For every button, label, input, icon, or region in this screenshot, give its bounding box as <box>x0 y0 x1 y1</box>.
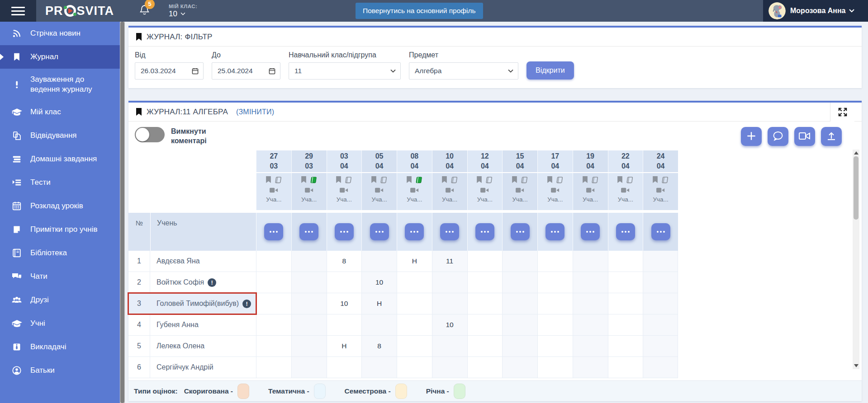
lesson-topic-link[interactable]: Уча... <box>407 196 422 203</box>
grade-cell[interactable] <box>256 357 291 378</box>
homework-book-icon[interactable] <box>591 177 599 185</box>
sidebar-item-0[interactable]: Стрічка новин <box>0 22 120 45</box>
user-menu[interactable]: Морозова Анна <box>763 0 868 22</box>
grade-cell[interactable]: 8 <box>361 336 397 356</box>
sidebar-item-8[interactable]: Примітки про учнів <box>0 218 120 241</box>
lesson-topic-link[interactable]: Уча... <box>583 196 598 203</box>
grade-cell[interactable] <box>502 314 537 335</box>
hamburger-menu-icon[interactable] <box>0 0 36 22</box>
bookmark-icon[interactable] <box>652 176 658 185</box>
grade-cell[interactable] <box>256 251 291 272</box>
comments-button[interactable] <box>768 127 788 146</box>
lesson-topic-link[interactable]: Уча... <box>512 196 527 203</box>
date-column-header[interactable]: 0504 <box>361 150 397 173</box>
grade-cell[interactable] <box>256 314 291 335</box>
sidebar-item-3[interactable]: Мій клас <box>0 100 120 124</box>
grade-cell[interactable] <box>608 251 643 272</box>
bookmark-icon[interactable] <box>547 176 553 185</box>
grade-cell[interactable] <box>502 251 537 272</box>
grade-cell[interactable]: Н <box>397 251 432 272</box>
grade-cell[interactable]: 11 <box>432 251 467 272</box>
grade-cell[interactable] <box>573 357 608 378</box>
grade-cell[interactable]: Н <box>327 336 362 356</box>
lesson-topic-link[interactable]: Уча... <box>442 196 457 203</box>
lesson-topic-link[interactable]: Уча... <box>477 196 493 203</box>
grade-cell[interactable] <box>643 251 678 272</box>
student-name-cell[interactable]: Губеня Анна <box>150 314 256 335</box>
bookmark-icon[interactable] <box>266 176 271 185</box>
sidebar-item-10[interactable]: Чати <box>0 265 120 288</box>
bookmark-icon[interactable] <box>512 176 517 185</box>
homework-book-icon[interactable] <box>661 177 669 185</box>
grade-cell[interactable] <box>537 357 573 378</box>
homework-book-icon[interactable] <box>626 177 634 185</box>
column-options-button[interactable] <box>405 223 424 240</box>
bookmark-icon[interactable] <box>301 176 307 185</box>
lesson-topic-link[interactable]: Уча... <box>547 196 563 203</box>
grade-cell[interactable] <box>291 251 327 272</box>
homework-book-icon[interactable] <box>274 177 282 185</box>
student-label-group[interactable]: 5Лелека Олена <box>128 336 256 356</box>
column-options-button[interactable] <box>335 223 354 240</box>
student-name-cell[interactable]: Сергійчук Андрій <box>150 357 256 378</box>
column-options-button[interactable] <box>616 223 635 240</box>
date-column-header[interactable]: 0304 <box>327 150 362 173</box>
video-camera-icon[interactable] <box>551 187 560 194</box>
grade-cell[interactable] <box>537 293 573 314</box>
grade-cell[interactable] <box>361 314 397 335</box>
sidebar-item-11[interactable]: Друзі <box>0 288 120 312</box>
homework-book-icon[interactable] <box>344 177 352 185</box>
column-options-button[interactable] <box>651 223 670 240</box>
grade-cell[interactable] <box>291 293 327 314</box>
grade-cell[interactable] <box>608 336 643 356</box>
grade-cell[interactable] <box>537 314 573 335</box>
video-camera-icon[interactable] <box>446 187 454 194</box>
grade-cell[interactable] <box>537 272 573 293</box>
grade-cell[interactable] <box>361 357 397 378</box>
grade-cell[interactable] <box>397 336 432 356</box>
grade-cell[interactable] <box>256 272 291 293</box>
add-lesson-button[interactable] <box>741 127 762 146</box>
homework-book-icon[interactable] <box>520 177 528 185</box>
sidebar-item-journal[interactable]: Журнал <box>0 45 120 69</box>
date-column-header[interactable]: 1504 <box>502 150 537 173</box>
homework-book-icon-green[interactable] <box>415 177 423 185</box>
grade-cell[interactable] <box>291 314 327 335</box>
grade-cell[interactable] <box>537 336 573 356</box>
grade-cell[interactable] <box>397 272 432 293</box>
date-column-header[interactable]: 2703 <box>256 150 291 173</box>
column-options-button[interactable] <box>370 223 389 240</box>
student-name-cell[interactable]: Авдєєва Яна <box>150 251 256 272</box>
grade-cell[interactable] <box>291 272 327 293</box>
open-journal-button[interactable]: Відкрити <box>526 61 574 80</box>
grade-cell[interactable]: 10 <box>361 272 397 293</box>
grade-cell[interactable] <box>502 357 537 378</box>
grade-cell[interactable] <box>397 357 432 378</box>
date-column-header[interactable]: 2204 <box>608 150 643 173</box>
sidebar-item-9[interactable]: Бібліотека <box>0 241 120 265</box>
column-options-button[interactable] <box>264 223 283 240</box>
bookmark-icon[interactable] <box>371 176 377 185</box>
grade-cell[interactable] <box>432 336 467 356</box>
grade-cell[interactable] <box>502 336 537 356</box>
column-options-button[interactable] <box>581 223 600 240</box>
grade-cell[interactable] <box>327 357 362 378</box>
bookmark-icon[interactable] <box>406 176 412 185</box>
video-camera-icon[interactable] <box>410 187 419 194</box>
grade-cell[interactable] <box>643 272 678 293</box>
change-journal-link[interactable]: (ЗМІНИТИ) <box>236 108 274 116</box>
grade-cell[interactable]: 10 <box>432 314 467 335</box>
grade-cell[interactable] <box>608 314 643 335</box>
sidebar-item-13[interactable]: Викладачі <box>0 335 120 359</box>
grade-cell[interactable] <box>643 357 678 378</box>
grade-cell[interactable] <box>327 314 362 335</box>
grade-cell[interactable] <box>291 357 327 378</box>
grade-cell[interactable] <box>502 293 537 314</box>
video-camera-icon[interactable] <box>586 187 595 194</box>
date-from-input[interactable]: 26.03.2024 <box>135 62 204 80</box>
date-to-input[interactable]: 25.04.2024 <box>212 62 280 80</box>
grade-cell[interactable] <box>432 293 467 314</box>
date-column-header[interactable]: 1904 <box>573 150 608 173</box>
grade-cell[interactable] <box>397 314 432 335</box>
video-lesson-button[interactable] <box>794 127 815 146</box>
